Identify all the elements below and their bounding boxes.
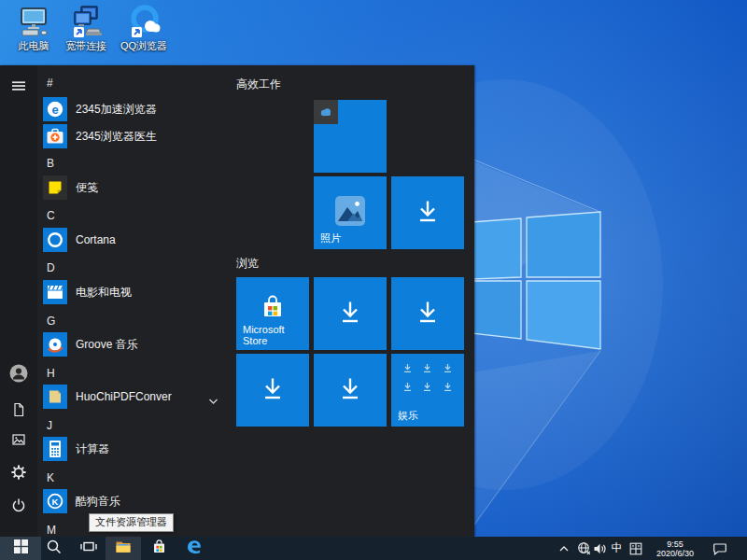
app-label: Cortana — [76, 233, 116, 246]
tile-pending-download[interactable] — [314, 277, 387, 350]
tile-pending-download[interactable] — [391, 277, 464, 350]
app-section-header[interactable]: G — [47, 315, 215, 329]
desktop-icon-this-pc[interactable]: 此电脑 — [7, 5, 60, 53]
download-arrow-icon — [257, 372, 289, 408]
download-arrow-icon — [334, 372, 366, 408]
folder-group-icon — [43, 385, 67, 409]
tile-pending-download[interactable] — [314, 354, 387, 427]
file-explorer-button[interactable] — [106, 537, 141, 560]
store-button[interactable] — [141, 537, 176, 560]
tile-label: Microsoft Store — [243, 324, 309, 346]
app-label: 便笺 — [76, 180, 98, 196]
tile-photos[interactable]: 照片 — [314, 176, 387, 249]
settings-gear-icon[interactable] — [10, 464, 27, 481]
app-label: 2345加速浏览器 — [76, 102, 157, 118]
app-list-item[interactable]: 计算器 — [43, 436, 226, 462]
chevron-down-icon[interactable] — [208, 392, 218, 409]
svg-text:e: e — [51, 103, 58, 117]
tile-onedrive[interactable] — [314, 100, 387, 173]
app-label: 酷狗音乐 — [76, 494, 120, 510]
tile-pending-download[interactable] — [391, 176, 464, 249]
tile-entertainment-folder[interactable]: 娱乐 — [391, 354, 464, 427]
microsoft-store-icon — [258, 292, 288, 326]
search-icon — [46, 539, 62, 558]
app-label: 计算器 — [76, 441, 109, 457]
app-list-item[interactable]: e 2345加速浏览器 — [43, 96, 226, 122]
groove-music-icon — [43, 332, 67, 357]
network-globe-icon[interactable] — [575, 537, 592, 560]
folder-of-download-arrows-icon — [398, 363, 458, 392]
taskbar: 中 9:55 2020/6/30 — [0, 537, 747, 560]
desktop-icon-label: 宽带连接 — [60, 39, 112, 53]
app-section-header[interactable]: H — [47, 367, 215, 381]
tooltip-file-explorer: 文件资源管理器 — [89, 513, 174, 532]
power-icon[interactable] — [10, 497, 27, 513]
tile-group-title: 高效工作 — [236, 77, 281, 92]
app-label: 2345浏览器医生 — [76, 129, 157, 145]
pictures-icon[interactable] — [10, 431, 27, 448]
download-arrow-icon — [412, 195, 444, 231]
desktop-icon-broadband[interactable]: 宽带连接 — [60, 5, 112, 53]
2345-browser-icon: e — [43, 97, 67, 121]
start-menu: # e 2345加速浏览器 2345浏览器医生 B — [0, 65, 474, 537]
edge-button[interactable] — [176, 537, 212, 560]
desktop-icon-label: QQ浏览器 — [118, 39, 170, 53]
app-list-item[interactable]: 2345浏览器医生 — [43, 123, 226, 149]
cortana-icon — [43, 228, 67, 252]
svg-text:K: K — [52, 497, 59, 507]
calculator-icon — [43, 437, 67, 461]
download-arrow-icon — [412, 296, 444, 331]
app-label: 电影和电视 — [76, 285, 132, 301]
hamburger-menu-icon[interactable] — [10, 77, 27, 94]
windows-logo-icon — [14, 539, 28, 557]
movies-tv-icon — [43, 280, 67, 304]
app-list-item[interactable]: HuoChiPDFConver — [43, 384, 226, 410]
download-arrow-icon — [334, 296, 366, 331]
app-section-header[interactable]: B — [47, 157, 215, 171]
speaker-icon[interactable] — [592, 537, 608, 560]
app-list-item[interactable]: 电影和电视 — [43, 279, 226, 305]
desktop-icon-label: 此电脑 — [7, 39, 60, 53]
search-button[interactable] — [35, 537, 71, 560]
edge-icon — [186, 539, 203, 559]
sticky-notes-icon — [43, 175, 67, 200]
app-section-header[interactable]: J — [47, 419, 215, 433]
app-label: Groove 音乐 — [76, 337, 138, 353]
app-list-item[interactable]: Cortana — [43, 227, 226, 253]
2345-doctor-icon — [43, 124, 67, 148]
store-icon — [151, 539, 167, 558]
documents-icon[interactable] — [10, 401, 27, 418]
chevron-up-icon[interactable] — [557, 537, 571, 560]
wallpaper-windows-logo — [467, 65, 747, 537]
ime-language-mode[interactable]: 中 — [609, 537, 625, 560]
start-menu-rail — [0, 65, 37, 537]
desktop-icon-qq-browser[interactable]: QQ浏览器 — [118, 5, 170, 53]
user-avatar-icon[interactable] — [9, 364, 28, 383]
tile-label: 娱乐 — [398, 409, 418, 423]
task-view-button[interactable] — [71, 537, 106, 560]
clock-time: 9:55 — [667, 539, 684, 549]
action-center-icon[interactable] — [710, 537, 730, 560]
app-section-header[interactable]: D — [47, 261, 215, 275]
clock[interactable]: 9:55 2020/6/30 — [648, 537, 702, 560]
app-section-header[interactable]: K — [47, 471, 215, 485]
app-list-item[interactable]: 便笺 — [43, 175, 226, 201]
file-explorer-icon — [115, 539, 132, 558]
tile-microsoft-store[interactable]: Microsoft Store — [236, 277, 309, 350]
this-pc-icon — [17, 5, 50, 38]
tile-label: 照片 — [320, 231, 341, 245]
app-list-item[interactable]: Groove 音乐 — [43, 331, 226, 357]
tile-pending-download[interactable] — [236, 354, 309, 427]
qq-browser-icon — [127, 5, 161, 38]
app-section-header[interactable]: # — [47, 77, 215, 91]
ime-grid-icon[interactable] — [627, 537, 644, 560]
app-list-item[interactable]: K 酷狗音乐 — [43, 488, 226, 514]
clock-date: 2020/6/30 — [656, 549, 694, 558]
tile-group-title: 浏览 — [236, 256, 259, 272]
task-view-icon — [80, 539, 97, 558]
ime-mode-label: 中 — [612, 540, 623, 556]
photos-icon — [334, 195, 366, 231]
broadband-connection-icon — [69, 5, 103, 38]
app-label: HuoChiPDFConver — [76, 390, 172, 403]
app-section-header[interactable]: C — [47, 209, 215, 223]
